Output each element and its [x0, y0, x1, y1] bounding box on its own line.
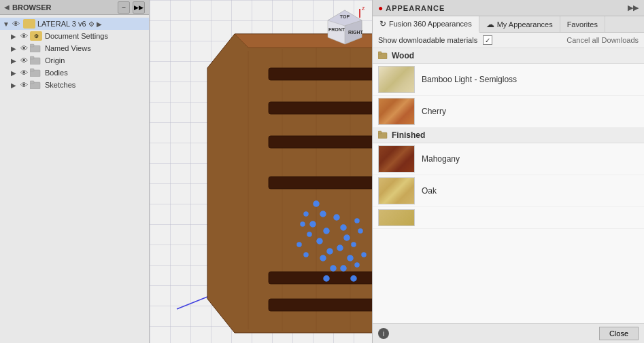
svg-point-29	[324, 228, 329, 234]
browser-title: BROWSER	[12, 3, 118, 12]
svg-point-42	[304, 212, 308, 216]
tab-favorites[interactable]: Favorites	[560, 16, 605, 32]
expand-icon: ▶	[11, 45, 20, 52]
tree-root-item[interactable]: ▼ 👁 LATERAL 3 v6 ⚙ ▶	[0, 18, 149, 30]
materials-list: Wood Bamboo Light - Semigloss Cherry Fin…	[373, 48, 644, 323]
collapse-arrow-icon[interactable]: ◀	[4, 3, 10, 11]
tab-fusion360-appearances[interactable]: ↻ Fusion 360 Appearances	[373, 16, 479, 33]
tab-my-appearances[interactable]: ☁ My Appearances	[479, 16, 560, 32]
mahogany-thumbnail	[378, 145, 415, 173]
expand-icon: ▼	[3, 20, 12, 28]
svg-point-28	[310, 221, 316, 227]
browser-minimize-button[interactable]: –	[118, 1, 130, 14]
tree-item-named-views[interactable]: ▶ 👁 Named Views	[0, 42, 149, 54]
svg-point-51	[355, 263, 359, 267]
svg-point-40	[341, 266, 346, 271]
checkmark-icon: ✓	[485, 37, 490, 44]
svg-point-50	[362, 253, 366, 257]
tree-item-document-settings[interactable]: ▶ 👁 ⚙ Document Settings	[0, 30, 149, 42]
material-mahogany[interactable]: Mahogany	[373, 143, 644, 175]
folder-icon	[30, 43, 42, 53]
svg-point-31	[327, 249, 333, 254]
category-finished[interactable]: Finished	[373, 128, 644, 143]
browser-panel: ◀ BROWSER – ▶▶ ▼ 👁 LATERAL 3 v6 ⚙ ▶ ▶ 👁	[0, 0, 150, 343]
sketches-label: Sketches	[45, 81, 75, 89]
tab-my-label: My Appearances	[497, 20, 553, 29]
refresh-icon: ↻	[379, 19, 386, 29]
wood-panel-3d	[180, 14, 372, 340]
browser-header: ◀ BROWSER – ▶▶	[0, 0, 149, 15]
svg-point-33	[331, 266, 336, 271]
svg-text:TOP: TOP	[340, 14, 350, 19]
eye-icon[interactable]: 👁	[20, 56, 28, 65]
browser-expand-button[interactable]: ▶▶	[133, 1, 145, 14]
bodies-label: Bodies	[45, 69, 68, 77]
svg-text:RIGHT: RIGHT	[348, 30, 364, 35]
svg-point-35	[334, 215, 339, 220]
show-downloadable-label: Show downloadable materials	[378, 36, 477, 44]
bamboo-label: Bamboo Light - Semigloss	[422, 75, 517, 84]
tree-item-sketches[interactable]: ▶ 👁 Sketches	[0, 79, 149, 91]
svg-point-47	[355, 219, 359, 223]
svg-text:FRONT: FRONT	[328, 27, 345, 32]
appearance-panel: ● APPEARANCE ▶▶ ↻ Fusion 360 Appearances…	[372, 0, 644, 343]
show-downloadable-checkbox[interactable]: ✓	[483, 35, 492, 45]
cherry-label: Cherry	[422, 107, 446, 116]
panel-expand-icon[interactable]: ▶▶	[628, 3, 639, 12]
origin-label: Origin	[45, 56, 65, 65]
svg-rect-3	[30, 56, 34, 59]
appearance-header: ● APPEARANCE ▶▶	[373, 0, 644, 16]
collapse-icon[interactable]: ●	[378, 3, 383, 13]
close-button[interactable]: Close	[599, 327, 639, 340]
tree-item-origin[interactable]: ▶ 👁 Origin	[0, 54, 149, 67]
material-bamboo[interactable]: Bamboo Light - Semigloss	[373, 64, 644, 96]
tab-fusion360-label: Fusion 360 Appearances	[389, 20, 472, 28]
svg-point-36	[341, 225, 346, 230]
bamboo-thumbnail	[378, 66, 415, 93]
expand-icon: ▶	[11, 33, 20, 40]
svg-rect-23	[269, 177, 372, 189]
svg-point-39	[348, 255, 353, 261]
tabs-bar: ↻ Fusion 360 Appearances ☁ My Appearance…	[373, 16, 644, 33]
svg-rect-7	[30, 81, 34, 84]
svg-point-37	[344, 235, 350, 240]
mahogany-label: Mahogany	[422, 154, 460, 164]
tab-favorites-label: Favorites	[567, 20, 598, 29]
settings-icon[interactable]: ⚙	[88, 20, 95, 28]
svg-text:Z: Z	[362, 7, 365, 11]
folder-closed-icon	[378, 130, 388, 140]
axis-cube: TOP FRONT RIGHT Z	[324, 7, 365, 48]
material-partial[interactable]	[373, 207, 644, 229]
folder-icon	[30, 68, 42, 77]
material-cherry[interactable]: Cherry	[373, 96, 644, 128]
svg-point-26	[313, 201, 319, 206]
options-bar: Show downloadable materials ✓ Cancel all…	[373, 33, 644, 48]
svg-rect-22	[269, 136, 372, 148]
viewport[interactable]: TOP FRONT RIGHT Z	[150, 0, 372, 343]
material-oak[interactable]: Oak	[373, 175, 644, 207]
browser-tree: ▼ 👁 LATERAL 3 v6 ⚙ ▶ ▶ 👁 ⚙ Document Sett…	[0, 15, 149, 94]
eye-icon[interactable]: 👁	[12, 20, 23, 28]
svg-point-27	[320, 211, 326, 217]
eye-icon[interactable]: 👁	[20, 32, 28, 40]
folder-closed-icon	[378, 51, 388, 60]
svg-point-30	[317, 238, 322, 244]
arrow-right-icon: ▶	[97, 20, 102, 28]
appearance-title: APPEARANCE	[386, 4, 628, 12]
cancel-downloads-button[interactable]: Cancel all Downloads	[566, 36, 639, 44]
info-icon: i	[378, 328, 389, 339]
cloud-icon: ☁	[486, 20, 494, 29]
doc-settings-label: Document Settings	[45, 32, 108, 40]
svg-point-34	[324, 276, 329, 281]
svg-point-32	[320, 255, 326, 261]
eye-icon[interactable]: 👁	[20, 44, 28, 52]
category-wood[interactable]: Wood	[373, 48, 644, 64]
eye-icon[interactable]: 👁	[20, 69, 28, 77]
wood-category-label: Wood	[392, 51, 414, 60]
svg-rect-5	[30, 69, 34, 71]
doc-icon	[23, 19, 35, 29]
eye-icon[interactable]: 👁	[20, 81, 28, 89]
svg-rect-61	[378, 52, 382, 54]
root-item-label: LATERAL 3 v6	[37, 20, 86, 28]
tree-item-bodies[interactable]: ▶ 👁 Bodies	[0, 67, 149, 79]
